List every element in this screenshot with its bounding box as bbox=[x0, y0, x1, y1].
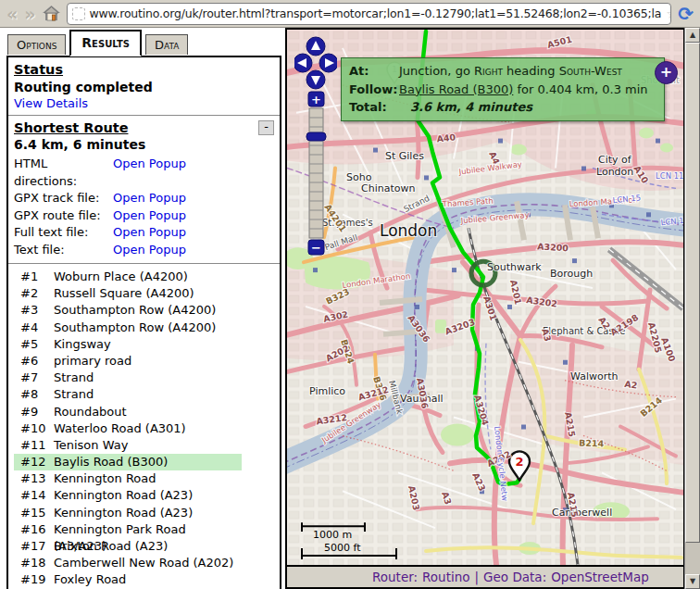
map-label: St Giles bbox=[385, 150, 424, 162]
router-link[interactable]: Routino bbox=[422, 570, 469, 584]
scrollbar-thumb[interactable] bbox=[685, 43, 700, 543]
browser-toolbar: « » www.routino.org/uk/router.html?trans… bbox=[0, 0, 700, 28]
step-number: #6 bbox=[14, 353, 54, 370]
route-step-row[interactable]: #5Kingsway bbox=[14, 336, 242, 353]
svg-text:1000 m: 1000 m bbox=[313, 529, 352, 541]
follow-text: Baylis Road (B300) for 0.404 km, 0.3 min bbox=[399, 81, 648, 99]
map-area[interactable]: 1 2 1000 m 5000 ft St GilesSohoChinatown… bbox=[287, 30, 683, 565]
open-popup-link[interactable]: Open Popup bbox=[113, 224, 274, 242]
route-step-row[interactable]: #12Baylis Road (B300) bbox=[14, 454, 242, 470]
map-label: London bbox=[380, 221, 437, 240]
export-file-label: GPX route file: bbox=[14, 207, 113, 225]
step-number: #3 bbox=[14, 302, 54, 319]
route-step-row[interactable]: #7Strand bbox=[14, 370, 242, 386]
bookmark-star-icon[interactable]: ☆ bbox=[666, 6, 671, 22]
vertical-scrollbar[interactable]: ▲ ▼ bbox=[684, 28, 700, 589]
geodata-link[interactable]: OpenStreetMap bbox=[551, 570, 649, 584]
step-number: #15 bbox=[14, 505, 54, 521]
tab-results[interactable]: Results bbox=[69, 30, 142, 56]
svg-text:+: + bbox=[311, 93, 321, 107]
step-road-name: Woburn Place (A4200) bbox=[54, 269, 188, 285]
open-popup-link[interactable]: Open Popup bbox=[113, 190, 274, 207]
step-road-name: Kennington Road (A23) bbox=[54, 487, 193, 504]
step-number: #4 bbox=[14, 320, 54, 336]
tab-bar: Options Results Data bbox=[7, 30, 192, 55]
step-road-name: Kennington Road bbox=[54, 470, 156, 487]
step-road-name: Strand bbox=[54, 386, 94, 403]
step-road-name: Russell Square (A4200) bbox=[54, 285, 194, 302]
map-attribution: Router: Routino | Geo Data: OpenStreetMa… bbox=[287, 565, 683, 587]
open-popup-link[interactable]: Open Popup bbox=[113, 242, 274, 259]
url-text[interactable]: www.routino.org/uk/router.html?transport… bbox=[90, 6, 662, 20]
route-step-row[interactable]: #6primary road bbox=[14, 353, 242, 370]
collapse-button[interactable]: - bbox=[258, 120, 274, 135]
step-number: #7 bbox=[14, 370, 54, 386]
view-details-link[interactable]: View Details bbox=[14, 96, 88, 110]
sidebar: Options Results Data Status Routing comp… bbox=[0, 28, 285, 589]
step-road-name: Baylis Road (B300) bbox=[54, 454, 168, 470]
map-label: A3200 bbox=[537, 241, 569, 253]
step-number: #1 bbox=[14, 269, 54, 285]
scroll-up-button[interactable]: ▲ bbox=[685, 28, 700, 43]
step-road-name: Foxley Road bbox=[54, 571, 126, 588]
step-number: #11 bbox=[14, 437, 54, 454]
map-label: Walworth bbox=[570, 370, 618, 382]
layer-switcher-button[interactable]: + bbox=[655, 61, 678, 84]
reload-icon[interactable]: ⟳ bbox=[678, 5, 694, 23]
scroll-down-button[interactable]: ▼ bbox=[685, 574, 700, 589]
shortest-route-heading: Shortest Route bbox=[14, 120, 128, 135]
step-road-name: Kennington Road (A23) bbox=[54, 505, 193, 521]
zoom-slider-handle bbox=[306, 132, 326, 141]
open-popup-link[interactable]: Open Popup bbox=[113, 207, 274, 225]
route-step-row[interactable]: #8Strand bbox=[14, 386, 242, 403]
map-label: Pimlico bbox=[309, 385, 345, 397]
route-step-row[interactable]: #3Southampton Row (A4200) bbox=[14, 302, 242, 319]
route-step-row[interactable]: #15Kennington Road (A23) bbox=[14, 505, 242, 521]
route-step-row[interactable]: #11Tenison Way bbox=[14, 437, 242, 454]
map-label: B214 bbox=[579, 437, 605, 448]
step-number: #17 bbox=[14, 538, 54, 555]
step-number: #2 bbox=[14, 285, 54, 302]
map-label: Chinatown bbox=[361, 182, 415, 194]
export-file-label: Text file: bbox=[14, 242, 113, 259]
map-label: Camberwell bbox=[552, 507, 612, 519]
forward-icon[interactable]: » bbox=[24, 5, 35, 23]
export-file-label: GPX track file: bbox=[14, 190, 113, 207]
home-icon[interactable] bbox=[43, 6, 60, 21]
back-icon[interactable]: « bbox=[6, 5, 18, 23]
route-step-row[interactable]: #18Camberwell New Road (A202) bbox=[14, 555, 242, 571]
router-label: Router: bbox=[372, 570, 418, 584]
page-content: Options Results Data Status Routing comp… bbox=[0, 28, 700, 589]
step-number: #10 bbox=[14, 420, 54, 437]
map-panel: 1 2 1000 m 5000 ft St GilesSohoChinatown… bbox=[285, 28, 685, 589]
route-step-row[interactable]: #9Roundabout bbox=[14, 404, 242, 420]
route-step-row[interactable]: #19Foxley Road bbox=[14, 571, 242, 588]
tab-data[interactable]: Data bbox=[145, 34, 188, 55]
step-road-name: Tenison Way bbox=[54, 437, 128, 454]
step-number: #16 bbox=[14, 521, 54, 538]
step-number: #5 bbox=[14, 336, 54, 353]
results-panel: Status Routing completed View Details Sh… bbox=[6, 56, 281, 589]
route-step-row[interactable]: #10Waterloo Road (A301) bbox=[14, 420, 242, 437]
tab-options[interactable]: Options bbox=[7, 34, 66, 55]
step-number: #13 bbox=[14, 470, 54, 487]
step-road-name: primary road bbox=[54, 353, 131, 370]
separator: | bbox=[475, 570, 480, 584]
pan-zoom-control[interactable]: + − bbox=[294, 34, 337, 262]
follow-road-link[interactable]: Baylis Road (B300) bbox=[399, 82, 513, 96]
map-label: London bbox=[596, 166, 633, 178]
map-label: Borough bbox=[550, 268, 593, 280]
route-step-row[interactable]: #13Kennington Road bbox=[14, 470, 242, 487]
step-road-name: Waterloo Road (A301) bbox=[54, 420, 186, 437]
route-step-row[interactable]: #17Brixton Road (A23) bbox=[14, 538, 242, 555]
route-step-row[interactable]: #1Woburn Place (A4200) bbox=[14, 269, 242, 285]
open-popup-link[interactable]: Open Popup bbox=[113, 156, 274, 190]
step-road-name: Strand bbox=[54, 370, 94, 386]
route-step-row[interactable]: #16Kennington Park Road (A3/A23) bbox=[14, 521, 242, 538]
geodata-label: Geo Data: bbox=[483, 570, 546, 584]
url-bar[interactable]: www.routino.org/uk/router.html?transport… bbox=[67, 3, 672, 25]
route-step-row[interactable]: #2Russell Square (A4200) bbox=[14, 285, 242, 302]
route-step-row[interactable]: #4Southampton Row (A4200) bbox=[14, 320, 242, 336]
route-step-row[interactable]: #14Kennington Road (A23) bbox=[14, 487, 242, 504]
step-number: #14 bbox=[14, 487, 54, 504]
